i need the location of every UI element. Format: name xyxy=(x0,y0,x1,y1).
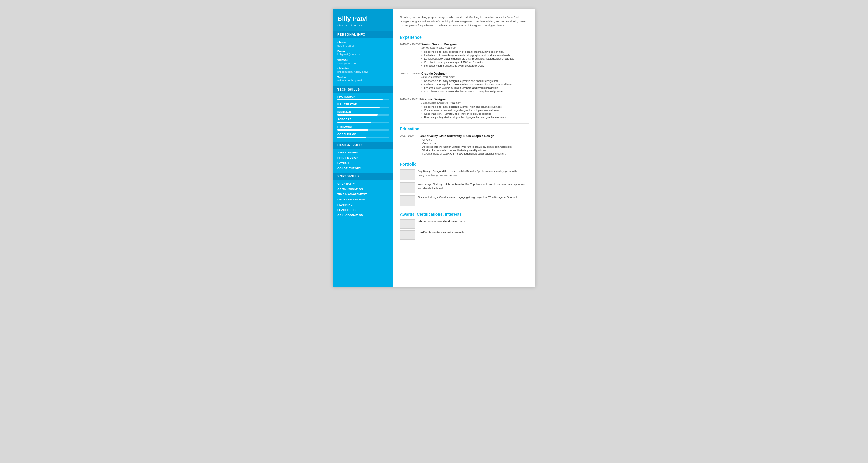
exp-company: Senna Kenno Inc., New York xyxy=(421,46,529,49)
design-skills-header: Design Skills xyxy=(333,142,394,148)
tech-skill-item: HTML/CSS xyxy=(337,125,389,131)
skill-bar-bg xyxy=(337,137,389,138)
divider-awards xyxy=(400,209,529,209)
bullet: Developed 300+ graphic design projects (… xyxy=(421,57,529,60)
bullet: Increased client transactions by an aver… xyxy=(421,64,529,67)
skill-name: HTML/CSS xyxy=(337,125,389,128)
soft-skill-item: PLANNING xyxy=(337,203,389,206)
candidate-title: Graphic Designer xyxy=(337,24,389,27)
right-column: Creative, hard working graphic designer … xyxy=(394,9,535,287)
portfolio-thumbnail xyxy=(400,169,415,180)
portfolio-item: App Design. Designed the flow of the Mea… xyxy=(400,169,529,180)
design-skills-block: TYPOGRAPHYPRINT DESIGNLAYOUTCOLOR THEORY xyxy=(333,148,394,173)
twitter-value: twitter.com/billypatvi xyxy=(337,79,389,82)
phone-label: Phone xyxy=(337,41,389,44)
soft-skill-item: TIME MANAGEMENT xyxy=(337,193,389,196)
bullet: Created a high volume of layout, graphic… xyxy=(421,87,529,89)
bullet: Responsible for daily design in a small,… xyxy=(421,106,529,108)
edu-bullet: Accepted into the Senior Scholar Program… xyxy=(420,145,529,148)
twitter-item: Twitter twitter.com/billypatvi xyxy=(337,76,389,82)
skill-name: ACROBAT xyxy=(337,118,389,121)
skill-bar-fill xyxy=(337,137,366,138)
edu-bullets: GPA 3.5Cum LaudeAccepted into the Senior… xyxy=(420,138,529,155)
portfolio-description: App Design. Designed the flow of the Mea… xyxy=(418,169,529,177)
education-container: 2005 - 2009 Grand Valley State Universit… xyxy=(400,134,529,156)
soft-skill-item: COMMUNICATION xyxy=(337,187,389,191)
award-item: Winner: D&AD New Blood Award 2011 xyxy=(400,220,529,229)
award-description: Certified in Adobe CS5 and Autodesk xyxy=(418,230,464,235)
skill-name: INDESIGN xyxy=(337,110,389,113)
tech-skills-block: PHOTOSHOP ILLUSTRATOR INDESIGN ACROBAT H… xyxy=(333,93,394,142)
exp-bullets: Responsible for daily design in a prolif… xyxy=(421,80,529,93)
soft-skill-item: COLLABORATION xyxy=(337,213,389,216)
edu-content: Grand Valley State University, BA in Gra… xyxy=(420,134,529,156)
website-value: www.patvi.com xyxy=(337,61,389,64)
skill-bar-fill xyxy=(337,114,378,116)
phone-value: 501-872-2516 xyxy=(337,44,389,47)
education-title: Education xyxy=(400,126,529,131)
personal-info-header: Personal Info xyxy=(333,31,394,38)
exp-content: Graphic Designer Passailagua Graphics, N… xyxy=(421,97,529,119)
bullet: Responsible for daily production of a sm… xyxy=(421,50,529,53)
portfolio-item: Cookbook design. Created clean, engaging… xyxy=(400,196,529,206)
candidate-name: Billy Patvi xyxy=(337,15,389,23)
tech-skills-header: Tech Skills xyxy=(333,86,394,93)
resume-container: Billy Patvi Graphic Designer Personal In… xyxy=(333,9,535,287)
edu-school: Grand Valley State University, BA in Gra… xyxy=(420,134,529,138)
skill-bar-fill xyxy=(337,122,371,123)
exp-content: Graphic Designer Shibula Designs, New Yo… xyxy=(421,72,529,93)
soft-skill-item: LEADERSHIP xyxy=(337,208,389,211)
skill-bar-fill xyxy=(337,129,368,131)
experience-item: 2013-01 - 2015-02 Graphic Designer Shibu… xyxy=(400,72,529,93)
edu-bullet: Cum Laude xyxy=(420,142,529,145)
awards-container: Winner: D&AD New Blood Award 2011 Certif… xyxy=(400,220,529,240)
page-wrapper: Billy Patvi Graphic Designer Personal In… xyxy=(0,0,868,463)
portfolio-thumbnail xyxy=(400,196,415,206)
skill-bar-fill xyxy=(337,107,380,108)
bullet: Used InDesign, Illustrator, and Photosho… xyxy=(421,112,529,115)
bullet: Contributed to a customer site that won … xyxy=(421,90,529,93)
bullet: Led team meetings for a project to incre… xyxy=(421,83,529,86)
awards-title: Awards, Certifications, Interests xyxy=(400,212,529,216)
tech-skill-item: PHOTOSHOP xyxy=(337,95,389,100)
twitter-label: Twitter xyxy=(337,76,389,79)
exp-company: Passailagua Graphics, New York xyxy=(421,101,529,104)
bullet: Responsible for daily design in a prolif… xyxy=(421,80,529,83)
edu-bullet: Worked for the student paper illustratin… xyxy=(420,149,529,152)
divider-education xyxy=(400,123,529,124)
edu-bullet: GPA 3.5 xyxy=(420,138,529,141)
portfolio-title: Portfolio xyxy=(400,162,529,167)
portfolio-thumbnail xyxy=(400,182,415,194)
experience-item: 2015-03 - 2017-04 Senior Graphic Designe… xyxy=(400,42,529,68)
exp-bullets: Responsible for daily design in a small,… xyxy=(421,106,529,119)
linkedin-item: LinkedIn linkedin.com/in/billy-patvi xyxy=(337,67,389,73)
email-item: E-mail billypatvi@gmail.com xyxy=(337,50,389,56)
skill-bar-bg xyxy=(337,114,389,116)
linkedin-value: linkedin.com/in/billy-patvi xyxy=(337,70,389,73)
skill-bar-bg xyxy=(337,122,389,123)
tech-skill-item: ACROBAT xyxy=(337,118,389,123)
portfolio-description: Cookbook design. Created clean, engaging… xyxy=(418,196,519,200)
award-description: Winner: D&AD New Blood Award 2011 xyxy=(418,220,465,224)
design-skill-item: COLOR THEORY xyxy=(337,167,389,170)
experience-title: Experience xyxy=(400,35,529,40)
exp-date: 2015-03 - 2017-04 xyxy=(400,42,421,68)
website-label: Website xyxy=(337,58,389,61)
award-thumbnail xyxy=(400,230,415,240)
exp-date: 2013-01 - 2015-02 xyxy=(400,72,421,93)
exp-job-title: Graphic Designer xyxy=(421,72,529,75)
personal-info-block: Phone 501-872-2516 E-mail billypatvi@gma… xyxy=(333,38,394,86)
edu-date: 2005 - 2009 xyxy=(400,134,420,156)
tech-skill-item: ILLUSTRATOR xyxy=(337,103,389,108)
portfolio-item: Web design. Redesigned the website for B… xyxy=(400,182,529,194)
skill-name: ILLUSTRATOR xyxy=(337,103,389,106)
award-item: Certified in Adobe CS5 and Autodesk xyxy=(400,230,529,240)
summary-text: Creative, hard working graphic designer … xyxy=(400,15,529,31)
bullet: Frequently integrated photographic, typo… xyxy=(421,116,529,119)
experience-item: 2010-10 - 2012-11 Graphic Designer Passa… xyxy=(400,97,529,119)
name-block: Billy Patvi Graphic Designer xyxy=(333,9,394,31)
experience-container: 2015-03 - 2017-04 Senior Graphic Designe… xyxy=(400,42,529,119)
exp-job-title: Senior Graphic Designer xyxy=(421,42,529,46)
skill-bar-bg xyxy=(337,107,389,108)
skill-name: CORELDRAW xyxy=(337,133,389,136)
